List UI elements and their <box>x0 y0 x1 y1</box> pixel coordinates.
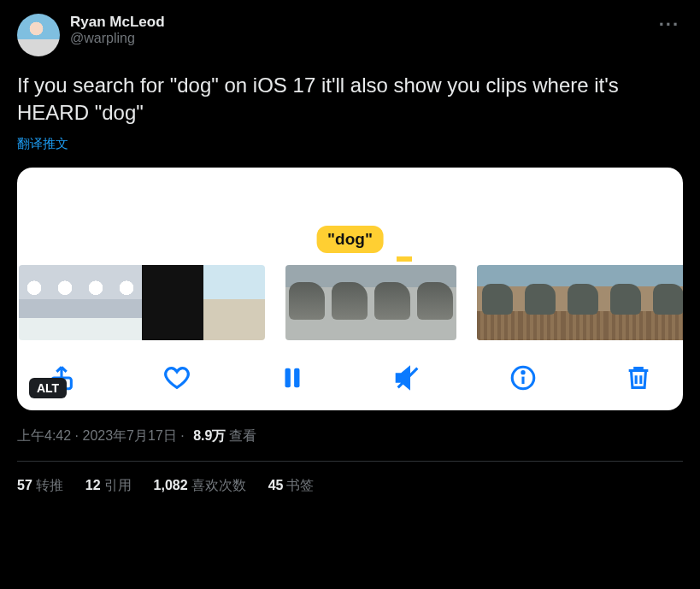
video-frame <box>648 265 683 340</box>
svg-point-5 <box>522 371 524 373</box>
likes-stat[interactable]: 1,082喜欢次数 <box>154 477 246 495</box>
video-frame <box>50 265 80 340</box>
video-frame <box>142 265 173 340</box>
video-frame <box>371 265 414 340</box>
tweet-text: If you search for "dog" on iOS 17 it'll … <box>17 72 683 127</box>
avatar[interactable] <box>17 14 60 56</box>
video-frame <box>173 265 203 340</box>
retweets-stat[interactable]: 57转推 <box>17 477 63 495</box>
svg-rect-1 <box>285 368 291 387</box>
video-frame <box>80 265 111 340</box>
video-frame <box>605 265 648 340</box>
clip-timeline <box>17 253 683 340</box>
video-frame <box>19 265 50 340</box>
video-frame <box>234 265 265 340</box>
video-frame <box>520 265 562 340</box>
video-frame <box>562 265 605 340</box>
video-frame <box>477 265 520 340</box>
media-toolbar <box>17 340 683 397</box>
tweet-container: Ryan McLeod @warpling ··· If you search … <box>0 0 700 498</box>
video-frame <box>203 265 234 340</box>
tweet-views-label: 查看 <box>229 428 256 443</box>
clip-group <box>19 265 265 340</box>
pause-icon <box>278 363 307 392</box>
delete-button[interactable] <box>620 359 657 397</box>
video-frame <box>285 265 328 340</box>
quotes-stat[interactable]: 12引用 <box>85 477 132 495</box>
tweet-views-count: 8.9万 <box>193 428 226 443</box>
author-display-name[interactable]: Ryan McLeod <box>70 14 656 31</box>
more-options-button[interactable]: ··· <box>656 14 683 36</box>
like-button[interactable] <box>158 359 196 397</box>
tweet-header: Ryan McLeod @warpling ··· <box>17 14 683 56</box>
tweet-stats: 57转推 12引用 1,082喜欢次数 45书签 <box>17 462 683 498</box>
video-frame <box>111 265 142 340</box>
clip-group <box>477 265 683 340</box>
video-frame <box>328 265 371 340</box>
svg-rect-2 <box>294 368 299 387</box>
media-top-area: "dog" <box>17 168 683 253</box>
tweet-metadata: 上午4:42 · 2023年7月17日 · 8.9万查看 <box>17 427 683 445</box>
search-term-marker <box>397 256 412 262</box>
info-button[interactable] <box>504 359 542 397</box>
author-handle[interactable]: @warpling <box>70 31 656 46</box>
mute-icon <box>393 363 422 392</box>
author-block: Ryan McLeod @warpling <box>70 14 656 46</box>
tweet-date[interactable]: 2023年7月17日 <box>82 428 176 443</box>
clip-group <box>285 265 456 340</box>
mute-button[interactable] <box>389 359 426 397</box>
pause-button[interactable] <box>274 359 311 397</box>
search-term-chip: "dog" <box>316 226 384 253</box>
trash-icon <box>624 363 653 392</box>
heart-icon <box>162 363 191 392</box>
info-icon <box>509 363 538 392</box>
bookmarks-stat[interactable]: 45书签 <box>268 477 315 495</box>
tweet-time[interactable]: 上午4:42 <box>17 428 71 443</box>
media-attachment[interactable]: "dog" <box>17 168 683 410</box>
alt-text-badge[interactable]: ALT <box>29 378 67 398</box>
video-frame <box>414 265 456 340</box>
translate-link[interactable]: 翻译推文 <box>17 136 683 152</box>
